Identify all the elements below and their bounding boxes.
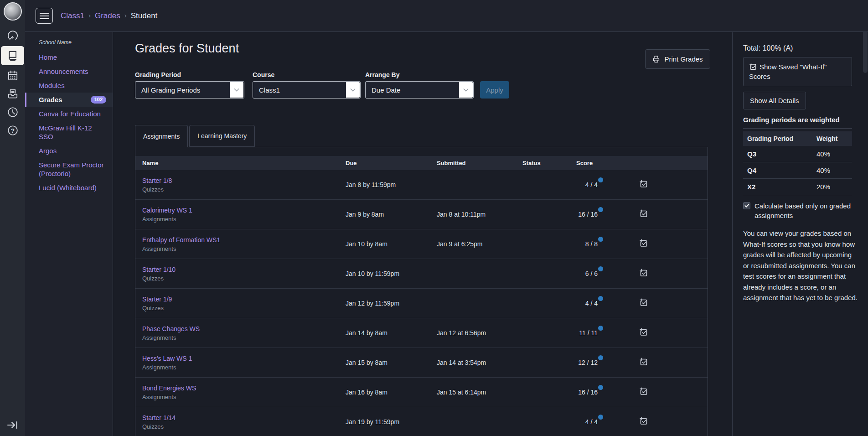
course-nav-item[interactable]: Canva for Education — [25, 107, 113, 121]
scrollbar-thumb[interactable] — [863, 30, 868, 73]
course-nav-list: Home Announcements Modules Grades 102 — [25, 50, 113, 195]
score-value: 16 / 16 — [575, 389, 598, 396]
assignment-link[interactable]: Calorimetry WS 1 — [142, 207, 192, 214]
print-grades-button[interactable]: Print Grades — [645, 49, 710, 69]
what-if-score-button[interactable] — [638, 238, 649, 250]
what-if-score-button[interactable] — [638, 179, 649, 191]
assignment-link[interactable]: Bond Energies WS — [142, 384, 196, 392]
assignment-link[interactable]: Phase Changes WS — [142, 325, 200, 332]
apply-button[interactable]: Apply — [480, 81, 509, 99]
assignments-table-header: Name Due Submitted Status Score — [135, 156, 708, 170]
course-nav-item[interactable]: McGraw Hill K-12 SSO — [25, 121, 113, 144]
what-if-score-button[interactable] — [638, 327, 649, 339]
course-nav-item[interactable]: Announcements — [25, 64, 113, 78]
courses-nav-active[interactable] — [1, 46, 24, 65]
what-if-score-button[interactable] — [638, 208, 649, 220]
submitted-date-cell: Jan 12 at 6:56pm — [437, 329, 522, 337]
breadcrumb-course-link[interactable]: Class1 — [61, 11, 84, 21]
assignment-type-label: Assignments — [142, 364, 346, 371]
chevron-down-icon — [230, 82, 243, 98]
course-nav-item-label: Announcements — [39, 67, 88, 76]
assignment-type-label: Quizzes — [142, 186, 346, 193]
tab-bar: Assignments Learning Mastery — [135, 125, 708, 147]
check-plus-icon — [639, 417, 648, 426]
page-title: Grades for Student — [135, 42, 239, 56]
course-nav-item[interactable]: Grades 102 — [25, 93, 113, 107]
inbox-icon[interactable] — [0, 85, 25, 103]
collapse-nav-icon[interactable] — [6, 420, 19, 432]
course-nav-item-label: Grades — [39, 95, 62, 104]
top-header: Class1 › Grades › Student — [25, 0, 868, 32]
column-header-due: Due — [346, 160, 437, 166]
score-cell: 4 / 4 — [575, 300, 638, 307]
course-nav-item[interactable]: Modules — [25, 78, 113, 93]
check-plus-icon — [639, 209, 648, 218]
unread-count-badge: 102 — [91, 96, 106, 104]
show-all-details-button[interactable]: Show All Details — [743, 92, 806, 109]
tab[interactable]: Learning Mastery — [189, 125, 255, 147]
breadcrumb-current: Student — [131, 11, 158, 21]
course-nav-item-label: Modules — [39, 81, 65, 90]
what-if-score-button[interactable] — [638, 357, 649, 369]
graded-only-label: Calculate based only on graded assignmen… — [754, 201, 857, 220]
due-date-cell: Jan 16 by 8am — [346, 389, 437, 396]
column-header-name: Name — [135, 160, 346, 166]
new-grade-dot — [598, 207, 603, 212]
new-grade-dot — [598, 326, 603, 331]
calculate-graded-only-row: Calculate based only on graded assignmen… — [743, 201, 857, 220]
course-nav-item[interactable]: Lucid (Whiteboard) — [25, 181, 113, 195]
courses-book-icon — [7, 50, 19, 62]
arrange-by-select[interactable]: Due Date — [365, 81, 474, 99]
course-nav-item[interactable]: Secure Exam Proctor (Proctorio) — [25, 158, 113, 181]
submitted-date-cell: Jan 9 at 6:25pm — [437, 240, 522, 248]
user-avatar[interactable] — [0, 2, 25, 21]
due-date-cell: Jan 10 by 8am — [346, 240, 437, 248]
column-header-status: Status — [522, 160, 575, 166]
new-grade-dot — [598, 177, 603, 182]
breadcrumb-grades-link[interactable]: Grades — [95, 11, 120, 21]
score-cell: 4 / 4 — [575, 418, 638, 426]
grading-period-filter: Grading Period All Grading Periods — [135, 71, 244, 99]
assignment-link[interactable]: Starter 1/14 — [142, 414, 176, 421]
due-date-cell: Jan 10 by 11:59pm — [346, 270, 437, 277]
course-nav-item-label: Secure Exam Proctor (Proctorio) — [39, 161, 106, 178]
assignment-link[interactable]: Starter 1/8 — [142, 177, 172, 184]
avatar-image — [4, 2, 22, 21]
breadcrumb: Class1 › Grades › Student — [61, 11, 157, 21]
what-if-score-button[interactable] — [638, 386, 649, 398]
dashboard-icon[interactable] — [0, 26, 25, 45]
assignments-table: Name Due Submitted Status Score Starter … — [135, 147, 708, 436]
show-what-if-button[interactable]: Show Saved "What-If" Scores — [743, 57, 852, 86]
assignment-row: Phase Changes WS Assignments Jan 14 by 8… — [135, 318, 708, 348]
course-nav-item-label: Home — [39, 53, 57, 62]
check-plus-icon — [639, 298, 648, 307]
assignment-type-label: Assignments — [142, 216, 346, 223]
what-if-score-button[interactable] — [638, 416, 649, 428]
chevron-down-icon — [459, 82, 473, 98]
assignment-link[interactable]: Hess's Law WS 1 — [142, 355, 192, 362]
help-icon[interactable]: ? — [0, 121, 25, 140]
column-header-score: Score — [575, 160, 638, 166]
course-nav-item[interactable]: Home — [25, 50, 113, 64]
score-value: 12 / 12 — [575, 359, 598, 366]
assignment-link[interactable]: Starter 1/10 — [142, 266, 176, 273]
what-if-score-button[interactable] — [638, 297, 649, 309]
grading-period-select[interactable]: All Grading Periods — [135, 81, 244, 99]
calendar-icon[interactable] — [0, 67, 25, 85]
what-if-score-button[interactable] — [638, 268, 649, 280]
score-value: 4 / 4 — [575, 418, 598, 426]
assignment-type-label: Assignments — [142, 245, 346, 252]
course-select[interactable]: Class1 — [253, 81, 361, 99]
due-date-cell: Jan 9 by 8am — [346, 211, 437, 218]
tab[interactable]: Assignments — [135, 125, 188, 147]
submitted-date-cell: Jan 15 at 6:14pm — [437, 389, 522, 396]
hamburger-menu-button[interactable] — [36, 8, 53, 24]
assignments-table-body: Starter 1/8 Quizzes Jan 8 by 11:59pm 4 /… — [135, 170, 708, 436]
course-nav-item[interactable]: Argos — [25, 144, 113, 158]
due-date-cell: Jan 12 by 11:59pm — [346, 300, 437, 307]
assignment-link[interactable]: Enthalpy of Formation WS1 — [142, 236, 220, 244]
new-grade-dot — [598, 415, 603, 420]
history-icon[interactable] — [0, 103, 25, 121]
graded-only-checkbox[interactable] — [743, 202, 750, 209]
assignment-link[interactable]: Starter 1/9 — [142, 296, 172, 303]
